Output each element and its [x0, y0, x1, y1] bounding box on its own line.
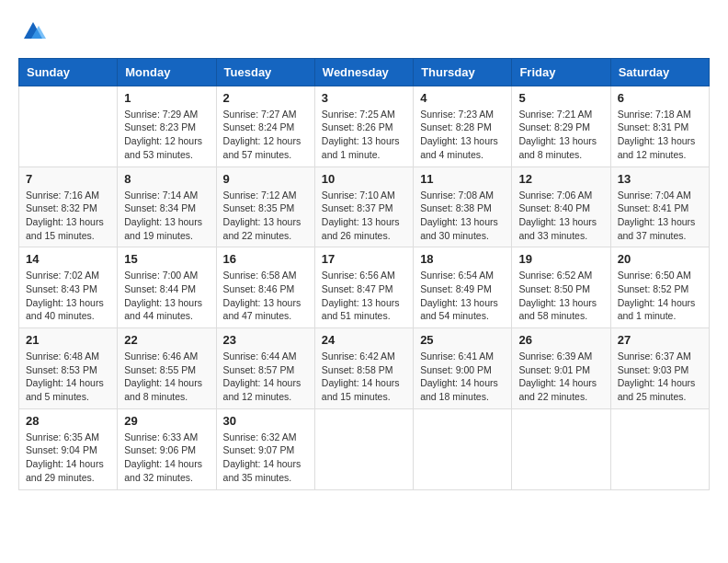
- logo-icon: [20, 18, 46, 44]
- day-number: 1: [124, 91, 209, 105]
- day-info: Sunrise: 6:37 AM Sunset: 9:03 PM Dayligh…: [618, 350, 702, 404]
- day-info: Sunrise: 7:06 AM Sunset: 8:40 PM Dayligh…: [518, 189, 603, 243]
- calendar-cell: 7Sunrise: 7:16 AM Sunset: 8:32 PM Daylig…: [19, 167, 118, 247]
- day-number: 20: [618, 252, 702, 266]
- calendar-cell: 3Sunrise: 7:25 AM Sunset: 8:26 PM Daylig…: [314, 86, 413, 167]
- calendar-cell: 19Sunrise: 6:52 AM Sunset: 8:50 PM Dayli…: [512, 247, 610, 328]
- col-header-sunday: Sunday: [19, 58, 118, 86]
- calendar-cell: 6Sunrise: 7:18 AM Sunset: 8:31 PM Daylig…: [610, 86, 709, 167]
- day-info: Sunrise: 6:33 AM Sunset: 9:06 PM Dayligh…: [124, 431, 209, 485]
- calendar-cell: 28Sunrise: 6:35 AM Sunset: 9:04 PM Dayli…: [19, 408, 118, 489]
- calendar-cell: 18Sunrise: 6:54 AM Sunset: 8:49 PM Dayli…: [414, 247, 512, 328]
- calendar-cell: 11Sunrise: 7:08 AM Sunset: 8:38 PM Dayli…: [414, 167, 512, 247]
- col-header-thursday: Thursday: [414, 58, 512, 86]
- calendar-cell: [414, 408, 512, 489]
- day-info: Sunrise: 7:23 AM Sunset: 8:28 PM Dayligh…: [420, 108, 505, 162]
- day-info: Sunrise: 6:46 AM Sunset: 8:55 PM Dayligh…: [124, 350, 209, 404]
- day-number: 22: [124, 333, 209, 347]
- day-number: 13: [618, 172, 702, 186]
- calendar-cell: 25Sunrise: 6:41 AM Sunset: 9:00 PM Dayli…: [414, 328, 512, 409]
- calendar-cell: 22Sunrise: 6:46 AM Sunset: 8:55 PM Dayli…: [118, 328, 216, 409]
- day-number: 10: [322, 172, 406, 186]
- week-row-2: 7Sunrise: 7:16 AM Sunset: 8:32 PM Daylig…: [19, 167, 710, 247]
- day-info: Sunrise: 7:29 AM Sunset: 8:23 PM Dayligh…: [124, 108, 209, 162]
- calendar-cell: 15Sunrise: 7:00 AM Sunset: 8:44 PM Dayli…: [118, 247, 216, 328]
- calendar-cell: [610, 408, 709, 489]
- day-info: Sunrise: 7:16 AM Sunset: 8:32 PM Dayligh…: [26, 189, 110, 243]
- calendar-cell: 21Sunrise: 6:48 AM Sunset: 8:53 PM Dayli…: [19, 328, 118, 409]
- day-number: 16: [223, 252, 308, 266]
- day-number: 25: [420, 333, 505, 347]
- day-number: 29: [124, 414, 209, 428]
- day-info: Sunrise: 7:08 AM Sunset: 8:38 PM Dayligh…: [420, 189, 505, 243]
- col-header-wednesday: Wednesday: [314, 58, 413, 86]
- week-row-3: 14Sunrise: 7:02 AM Sunset: 8:43 PM Dayli…: [19, 247, 710, 328]
- day-number: 5: [518, 91, 603, 105]
- day-info: Sunrise: 7:14 AM Sunset: 8:34 PM Dayligh…: [124, 189, 209, 243]
- day-number: 17: [322, 252, 406, 266]
- calendar-cell: 5Sunrise: 7:21 AM Sunset: 8:29 PM Daylig…: [512, 86, 610, 167]
- day-number: 24: [322, 333, 406, 347]
- logo: [18, 18, 46, 49]
- day-number: 9: [223, 172, 308, 186]
- day-number: 3: [322, 91, 406, 105]
- calendar-cell: 30Sunrise: 6:32 AM Sunset: 9:07 PM Dayli…: [216, 408, 314, 489]
- day-info: Sunrise: 6:56 AM Sunset: 8:47 PM Dayligh…: [322, 269, 406, 323]
- day-number: 15: [124, 252, 209, 266]
- calendar-cell: 17Sunrise: 6:56 AM Sunset: 8:47 PM Dayli…: [314, 247, 413, 328]
- week-row-1: 1Sunrise: 7:29 AM Sunset: 8:23 PM Daylig…: [19, 86, 710, 167]
- col-header-tuesday: Tuesday: [216, 58, 314, 86]
- day-number: 8: [124, 172, 209, 186]
- day-number: 7: [26, 172, 110, 186]
- day-info: Sunrise: 7:04 AM Sunset: 8:41 PM Dayligh…: [618, 189, 702, 243]
- calendar-cell: 16Sunrise: 6:58 AM Sunset: 8:46 PM Dayli…: [216, 247, 314, 328]
- day-number: 26: [518, 333, 603, 347]
- calendar-cell: 12Sunrise: 7:06 AM Sunset: 8:40 PM Dayli…: [512, 167, 610, 247]
- calendar-table: SundayMondayTuesdayWednesdayThursdayFrid…: [18, 58, 710, 490]
- day-info: Sunrise: 7:02 AM Sunset: 8:43 PM Dayligh…: [26, 269, 110, 323]
- calendar-cell: 8Sunrise: 7:14 AM Sunset: 8:34 PM Daylig…: [118, 167, 216, 247]
- day-number: 14: [26, 252, 110, 266]
- calendar-cell: 29Sunrise: 6:33 AM Sunset: 9:06 PM Dayli…: [118, 408, 216, 489]
- calendar-cell: 27Sunrise: 6:37 AM Sunset: 9:03 PM Dayli…: [610, 328, 709, 409]
- day-info: Sunrise: 7:27 AM Sunset: 8:24 PM Dayligh…: [223, 108, 308, 162]
- calendar-cell: 4Sunrise: 7:23 AM Sunset: 8:28 PM Daylig…: [414, 86, 512, 167]
- day-info: Sunrise: 7:10 AM Sunset: 8:37 PM Dayligh…: [322, 189, 406, 243]
- day-info: Sunrise: 7:21 AM Sunset: 8:29 PM Dayligh…: [518, 108, 603, 162]
- day-number: 6: [618, 91, 702, 105]
- calendar-cell: 10Sunrise: 7:10 AM Sunset: 8:37 PM Dayli…: [314, 167, 413, 247]
- calendar-cell: 26Sunrise: 6:39 AM Sunset: 9:01 PM Dayli…: [512, 328, 610, 409]
- day-number: 27: [618, 333, 702, 347]
- calendar-header-row: SundayMondayTuesdayWednesdayThursdayFrid…: [19, 58, 710, 86]
- calendar-cell: [512, 408, 610, 489]
- calendar-cell: [19, 86, 118, 167]
- day-info: Sunrise: 6:58 AM Sunset: 8:46 PM Dayligh…: [223, 269, 308, 323]
- day-info: Sunrise: 6:42 AM Sunset: 8:58 PM Dayligh…: [322, 350, 406, 404]
- col-header-friday: Friday: [512, 58, 610, 86]
- day-info: Sunrise: 7:18 AM Sunset: 8:31 PM Dayligh…: [618, 108, 702, 162]
- day-number: 19: [518, 252, 603, 266]
- calendar-cell: 23Sunrise: 6:44 AM Sunset: 8:57 PM Dayli…: [216, 328, 314, 409]
- day-number: 28: [26, 414, 110, 428]
- calendar-cell: [314, 408, 413, 489]
- calendar-cell: 14Sunrise: 7:02 AM Sunset: 8:43 PM Dayli…: [19, 247, 118, 328]
- day-info: Sunrise: 6:50 AM Sunset: 8:52 PM Dayligh…: [618, 269, 702, 323]
- week-row-4: 21Sunrise: 6:48 AM Sunset: 8:53 PM Dayli…: [19, 328, 710, 409]
- calendar-cell: 9Sunrise: 7:12 AM Sunset: 8:35 PM Daylig…: [216, 167, 314, 247]
- day-info: Sunrise: 6:52 AM Sunset: 8:50 PM Dayligh…: [518, 269, 603, 323]
- calendar-cell: 24Sunrise: 6:42 AM Sunset: 8:58 PM Dayli…: [314, 328, 413, 409]
- day-info: Sunrise: 7:00 AM Sunset: 8:44 PM Dayligh…: [124, 269, 209, 323]
- page-header: [18, 18, 710, 49]
- day-number: 2: [223, 91, 308, 105]
- day-number: 30: [223, 414, 308, 428]
- calendar-cell: 2Sunrise: 7:27 AM Sunset: 8:24 PM Daylig…: [216, 86, 314, 167]
- day-number: 18: [420, 252, 505, 266]
- day-info: Sunrise: 6:32 AM Sunset: 9:07 PM Dayligh…: [223, 431, 308, 485]
- day-info: Sunrise: 6:48 AM Sunset: 8:53 PM Dayligh…: [26, 350, 110, 404]
- day-info: Sunrise: 6:44 AM Sunset: 8:57 PM Dayligh…: [223, 350, 308, 404]
- day-info: Sunrise: 7:12 AM Sunset: 8:35 PM Dayligh…: [223, 189, 308, 243]
- col-header-monday: Monday: [118, 58, 216, 86]
- col-header-saturday: Saturday: [610, 58, 709, 86]
- calendar-cell: 20Sunrise: 6:50 AM Sunset: 8:52 PM Dayli…: [610, 247, 709, 328]
- day-info: Sunrise: 6:54 AM Sunset: 8:49 PM Dayligh…: [420, 269, 505, 323]
